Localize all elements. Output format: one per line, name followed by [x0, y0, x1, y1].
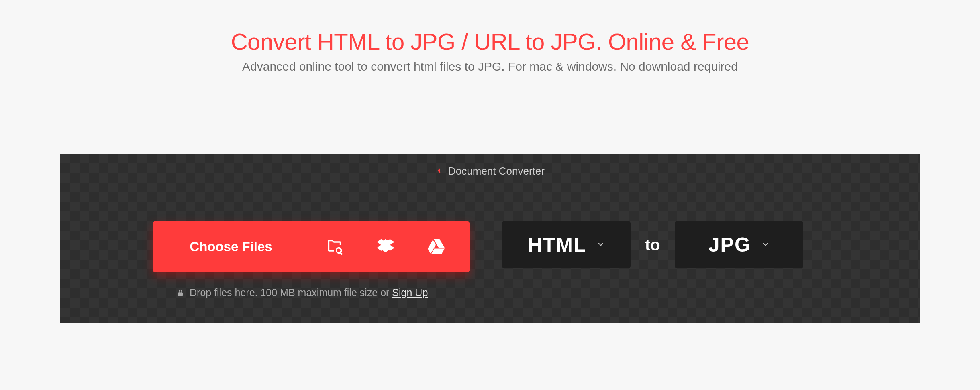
- format-separator: to: [645, 236, 660, 254]
- format-to-label: JPG: [708, 233, 751, 256]
- choose-files-button[interactable]: Choose Files: [153, 221, 470, 272]
- source-icons: [309, 238, 470, 256]
- header-section: Convert HTML to JPG / URL to JPG. Online…: [0, 0, 980, 73]
- folder-search-icon[interactable]: [326, 238, 343, 256]
- dropbox-icon[interactable]: [377, 238, 394, 256]
- chevron-down-icon: [597, 240, 605, 250]
- page-subtitle: Advanced online tool to convert html fil…: [8, 60, 972, 73]
- lock-icon: [177, 288, 184, 297]
- choose-files-label: Choose Files: [153, 239, 309, 254]
- format-to-select[interactable]: JPG: [675, 221, 803, 268]
- google-drive-icon[interactable]: [428, 238, 445, 256]
- chevron-left-icon: [435, 166, 443, 177]
- format-group: HTML to JPG: [502, 221, 803, 268]
- controls-row: Choose Files Drop files here. 100 M: [60, 189, 920, 323]
- format-from-label: HTML: [528, 233, 587, 256]
- upload-hint: Drop files here. 100 MB maximum file siz…: [153, 287, 470, 299]
- signup-link[interactable]: Sign Up: [392, 287, 428, 298]
- breadcrumb: Document Converter: [60, 154, 920, 189]
- format-from-select[interactable]: HTML: [502, 221, 631, 268]
- page-title: Convert HTML to JPG / URL to JPG. Online…: [8, 28, 972, 55]
- hint-text: Drop files here. 100 MB maximum file siz…: [190, 287, 392, 298]
- breadcrumb-link[interactable]: Document Converter: [435, 165, 545, 177]
- breadcrumb-label: Document Converter: [448, 165, 545, 177]
- converter-panel: Document Converter Choose Files: [60, 154, 920, 323]
- chevron-down-icon: [762, 240, 770, 250]
- upload-column: Choose Files Drop files here. 100 M: [153, 221, 470, 299]
